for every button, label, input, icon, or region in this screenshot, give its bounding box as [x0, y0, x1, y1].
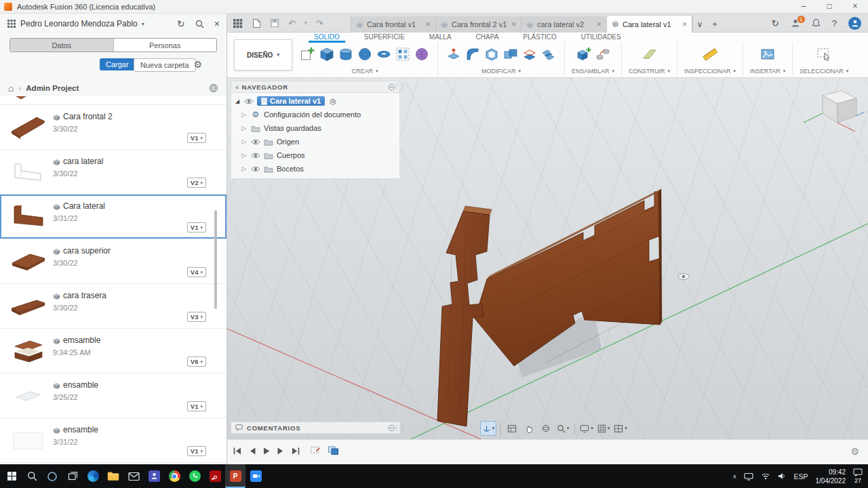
refresh-icon[interactable]: ↻	[177, 18, 185, 29]
version-badge[interactable]: V6▾	[187, 357, 206, 367]
eye-icon[interactable]	[251, 152, 260, 159]
timeline-settings-gear-icon[interactable]: ⚙	[850, 446, 859, 457]
expand-icon[interactable]: ◢	[234, 98, 241, 104]
action-center[interactable]: 27	[853, 468, 863, 484]
skip-end-icon[interactable]	[291, 447, 300, 455]
expand-icon[interactable]: ▷	[241, 152, 248, 159]
play-icon[interactable]	[262, 447, 271, 455]
expand-icon[interactable]: ▷	[241, 165, 248, 172]
version-badge[interactable]: V1▾	[187, 222, 206, 232]
file-marker-button[interactable]	[505, 422, 519, 435]
wifi-icon[interactable]	[761, 472, 770, 480]
notifications-person-icon[interactable]: 1	[791, 18, 800, 28]
file-item[interactable]: ensamble 3/25/22 V1▾	[0, 373, 226, 418]
whatsapp-icon[interactable]	[184, 464, 205, 488]
form-icon[interactable]	[413, 44, 431, 64]
minimize-button[interactable]: –	[791, 0, 816, 14]
env-tab-chapa[interactable]: CHAPA	[471, 33, 505, 43]
3d-viewport[interactable]: « NAVEGADOR ⋮⋮ ◢ Cara lateral v1 ◎ ▷ ⚙ C…	[227, 78, 868, 439]
version-badge[interactable]: V1▾	[187, 446, 206, 456]
cylinder-icon[interactable]	[337, 44, 355, 64]
tab-personas[interactable]: Personas	[113, 39, 217, 52]
redo-icon[interactable]: ↷	[315, 18, 323, 28]
view-cube[interactable]	[804, 91, 865, 131]
group-label[interactable]: INSPECCIONAR▾	[684, 68, 736, 75]
file-item[interactable]: emsamble 9:34:25 AM V6▾	[0, 329, 226, 373]
file-item[interactable]: Cara frontal 2 3/30/22 V1▾	[0, 105, 226, 150]
drag-handle-icon[interactable]: ⋮⋮	[393, 424, 406, 431]
tab-datos[interactable]: Datos	[10, 39, 113, 52]
document-tab-active[interactable]: Cara lateral v1 ×	[607, 16, 692, 33]
grid-settings-icon[interactable]: ▾	[596, 422, 611, 435]
file-item[interactable]: cara lateral 3/30/22 V2▾	[0, 150, 226, 195]
file-item-selected[interactable]: Cara lateral 3/31/22 V1▾	[0, 195, 226, 239]
step-back-icon[interactable]	[248, 447, 256, 455]
new-folder-button[interactable]: Nueva carpeta	[134, 58, 196, 72]
close-tab-icon[interactable]: ×	[597, 20, 601, 29]
eye-icon[interactable]	[251, 138, 260, 146]
insert-canvas-icon[interactable]	[759, 44, 776, 64]
group-label[interactable]: CONSTRUIR▾	[629, 68, 670, 75]
new-file-icon[interactable]	[252, 18, 261, 28]
browser-row[interactable]: ▷ Origen	[231, 135, 399, 148]
user-name[interactable]: Pedro Leonardo Mendoza Pablo	[20, 19, 138, 28]
press-pull-icon[interactable]	[445, 44, 462, 64]
scrollbar-thumb[interactable]	[214, 210, 217, 309]
browser-row[interactable]: ▷ Cuerpos	[231, 148, 399, 162]
joint-icon[interactable]	[594, 44, 612, 64]
chevron-down-icon[interactable]: ▾	[142, 21, 144, 27]
acrobat-icon[interactable]	[205, 464, 225, 488]
expand-icon[interactable]: ▷	[241, 138, 248, 145]
home-icon[interactable]: ⌂	[8, 83, 14, 94]
teams-icon[interactable]	[144, 464, 164, 488]
pattern-icon[interactable]	[394, 44, 412, 64]
file-item[interactable]: ensamble 3/31/22 V1▾	[0, 418, 226, 463]
start-button[interactable]	[1, 464, 22, 488]
eye-icon[interactable]	[251, 165, 260, 173]
task-view-icon[interactable]	[62, 464, 83, 488]
document-tab[interactable]: cara lateral v2 ×	[521, 16, 607, 33]
step-forward-icon[interactable]	[277, 447, 285, 455]
env-tab-utilidades[interactable]: UTILIDADES	[576, 33, 627, 43]
browser-row[interactable]: ▷ ⚙ Configuración del documento	[231, 108, 399, 121]
tray-expand-icon[interactable]: ∧	[732, 473, 737, 480]
version-badge[interactable]: V4▾	[187, 267, 206, 277]
group-label[interactable]: INSERTAR▾	[750, 68, 785, 75]
timeline-marker-icon[interactable]	[310, 445, 321, 455]
maximize-button[interactable]: □	[816, 0, 842, 14]
file-item[interactable]: cara superior 3/30/22 V4▾	[0, 239, 226, 284]
tab-list-dropdown[interactable]: ∨	[692, 16, 707, 33]
eye-icon[interactable]	[244, 98, 254, 105]
close-tab-icon[interactable]: ×	[426, 20, 431, 29]
group-label[interactable]: ENSAMBLAR▾	[572, 68, 614, 75]
cortana-icon[interactable]	[42, 464, 62, 488]
search-icon[interactable]	[195, 20, 204, 28]
env-tab-malla[interactable]: MALLA	[424, 33, 457, 43]
app-grid-icon[interactable]	[7, 19, 16, 28]
combine-icon[interactable]	[502, 44, 519, 64]
workspace-selector[interactable]: DISEÑO▾	[234, 39, 292, 70]
panel-settings-gear-icon[interactable]: ⚙	[193, 59, 202, 70]
upload-button[interactable]: Cargar	[100, 58, 135, 70]
document-tab[interactable]: Cara frontal 2 v1 ×	[436, 16, 521, 33]
shell-icon[interactable]	[483, 44, 500, 64]
orbit-icon[interactable]	[538, 422, 553, 435]
close-panel-icon[interactable]: ×	[214, 18, 220, 29]
powerpoint-icon[interactable]: P	[225, 464, 245, 488]
construction-plane-icon[interactable]	[641, 44, 658, 64]
group-label[interactable]: CREAR▾	[351, 68, 378, 75]
browser-root-item[interactable]: Cara lateral v1	[257, 96, 325, 106]
select-icon[interactable]	[815, 44, 833, 64]
bell-icon[interactable]	[812, 18, 821, 28]
browser-row[interactable]: ▷ Vistas guardadas	[231, 121, 399, 135]
browser-row[interactable]: ▷ Bocetos	[231, 162, 399, 176]
expand-icon[interactable]: ▷	[241, 125, 248, 131]
zoom-app-icon[interactable]	[245, 464, 266, 488]
sphere-icon[interactable]	[356, 44, 374, 64]
new-component-icon[interactable]	[575, 44, 593, 64]
env-tab-solido[interactable]: SOLIDO	[309, 33, 345, 43]
expand-icon[interactable]: ▷	[241, 111, 248, 118]
undo-icon[interactable]: ↶	[288, 18, 296, 28]
zoom-icon[interactable]: ▾	[555, 422, 570, 435]
display-settings-icon[interactable]: ▾	[579, 422, 594, 435]
